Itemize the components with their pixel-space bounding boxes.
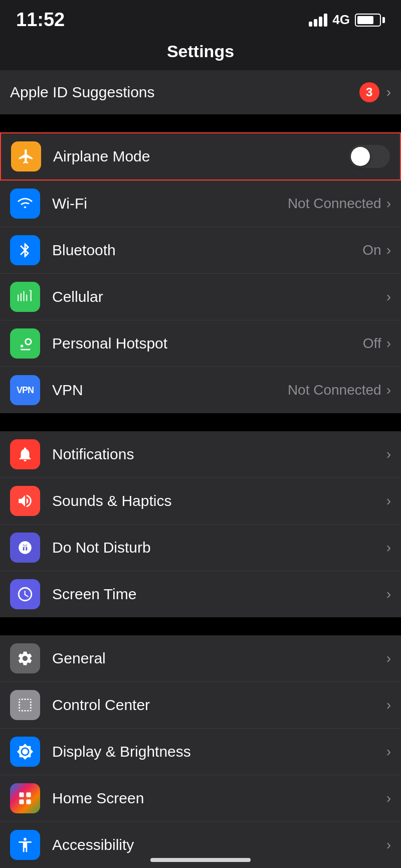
personal-hotspot-label: Personal Hotspot [52,335,363,352]
control-center-label: Control Center [52,697,386,714]
svg-rect-2 [19,799,24,804]
section-gap-3 [0,617,401,635]
screen-time-row[interactable]: Screen Time › [0,571,401,617]
svg-rect-3 [26,799,31,804]
connectivity-section: Airplane Mode Wi-Fi Not Connected › Blue… [0,132,401,413]
airplane-mode-toggle[interactable] [349,145,390,168]
control-center-svg-icon [17,697,34,714]
notifications-section: Notifications › Sounds & Haptics › Do No… [0,431,401,617]
screen-time-svg-icon [17,586,34,603]
screen-time-icon [10,579,40,609]
personal-hotspot-value: Off [363,335,381,352]
cellular-chevron-icon: › [386,289,391,305]
notifications-chevron-icon: › [386,446,391,462]
bluetooth-svg-icon [17,242,34,259]
home-screen-chevron-icon: › [386,790,391,806]
home-screen-label: Home Screen [52,790,386,807]
wifi-row[interactable]: Wi-Fi Not Connected › [0,181,401,227]
display-brightness-icon [10,737,40,767]
apple-id-row[interactable]: Apple ID Suggestions 3 › [0,70,401,114]
control-center-icon [10,690,40,720]
network-type: 4G [332,12,350,28]
bluetooth-row[interactable]: Bluetooth On › [0,227,401,274]
vpn-label: VPN [52,382,288,399]
dnd-svg-icon [17,539,34,556]
notifications-svg-icon [17,446,34,463]
do-not-disturb-row[interactable]: Do Not Disturb › [0,525,401,571]
wifi-chevron-icon: › [386,196,391,212]
section-gap-1 [0,114,401,132]
general-svg-icon [17,650,34,667]
airplane-mode-row[interactable]: Airplane Mode [0,132,401,181]
svg-rect-0 [19,792,24,797]
do-not-disturb-chevron-icon: › [386,540,391,556]
do-not-disturb-icon [10,533,40,563]
apple-id-chevron-icon: › [386,84,391,100]
general-chevron-icon: › [386,650,391,666]
display-brightness-label: Display & Brightness [52,743,386,760]
notifications-icon [10,439,40,469]
home-screen-row[interactable]: Home Screen › [0,775,401,822]
apple-id-label: Apple ID Suggestions [10,84,359,101]
cellular-icon [10,282,40,312]
cellular-row[interactable]: Cellular › [0,274,401,320]
home-indicator [150,858,251,862]
accessibility-svg-icon [17,836,34,853]
sounds-svg-icon [17,492,34,509]
apple-id-section: Apple ID Suggestions 3 › [0,70,401,114]
personal-hotspot-chevron-icon: › [386,335,391,352]
display-brightness-chevron-icon: › [386,744,391,760]
do-not-disturb-label: Do Not Disturb [52,539,386,556]
sounds-haptics-chevron-icon: › [386,493,391,509]
airplane-mode-icon [11,141,41,171]
personal-hotspot-row[interactable]: Personal Hotspot Off › [0,320,401,367]
general-icon [10,643,40,673]
wifi-label: Wi-Fi [52,195,288,212]
vpn-chevron-icon: › [386,382,391,398]
accessibility-chevron-icon: › [386,837,391,853]
airplane-mode-label: Airplane Mode [53,148,349,165]
bluetooth-chevron-icon: › [386,242,391,258]
control-center-chevron-icon: › [386,697,391,713]
status-icons: 4G [309,12,385,28]
signal-bars-icon [309,14,327,27]
bluetooth-label: Bluetooth [52,242,362,259]
control-center-row[interactable]: Control Center › [0,682,401,729]
battery-icon [355,14,385,27]
sounds-haptics-label: Sounds & Haptics [52,492,386,509]
wifi-value: Not Connected [288,196,381,212]
svg-rect-1 [26,792,31,797]
vpn-value: Not Connected [288,382,381,398]
vpn-row[interactable]: VPN VPN Not Connected › [0,367,401,413]
home-screen-icon [10,783,40,813]
personal-hotspot-icon [10,328,40,359]
notifications-label: Notifications [52,446,386,463]
hotspot-svg-icon [17,335,34,352]
sounds-haptics-row[interactable]: Sounds & Haptics › [0,478,401,525]
airplane-svg-icon [18,148,35,165]
wifi-icon [10,189,40,219]
bluetooth-icon [10,235,40,265]
notifications-row[interactable]: Notifications › [0,431,401,478]
display-brightness-row[interactable]: Display & Brightness › [0,729,401,775]
status-bar: 11:52 4G [0,0,401,36]
sounds-haptics-icon [10,486,40,516]
general-section: General › Control Center › Display & Bri… [0,635,401,868]
cellular-label: Cellular [52,288,386,305]
wifi-svg-icon [17,195,34,212]
page-title: Settings [0,42,401,61]
page-title-bar: Settings [0,36,401,70]
screen-time-chevron-icon: › [386,586,391,602]
apple-id-badge: 3 [359,82,379,102]
cellular-svg-icon [17,288,34,305]
vpn-icon: VPN [10,375,40,405]
general-label: General [52,650,386,667]
bluetooth-value: On [362,242,381,258]
home-screen-svg-icon [18,791,32,805]
status-time: 11:52 [16,9,65,31]
display-svg-icon [17,743,34,760]
screen-time-label: Screen Time [52,586,386,603]
section-gap-2 [0,413,401,431]
general-row[interactable]: General › [0,635,401,682]
accessibility-icon [10,830,40,860]
